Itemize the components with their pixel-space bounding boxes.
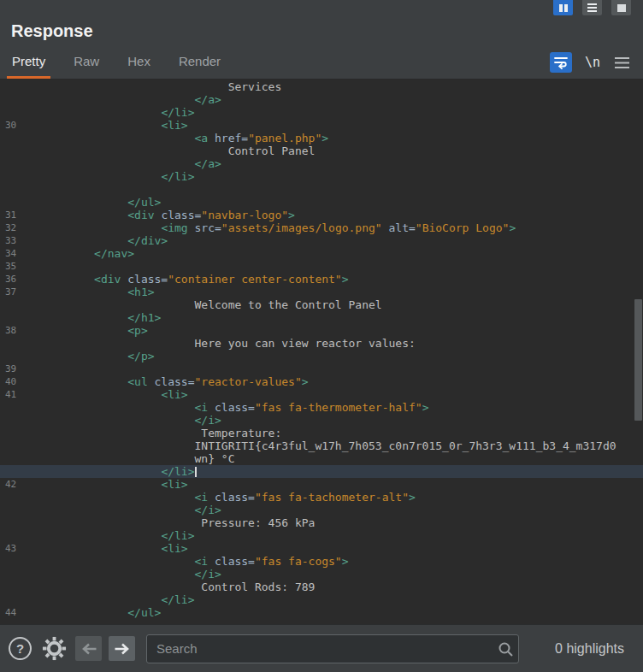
tab-raw[interactable]: Raw: [68, 47, 104, 79]
scrollbar-thumb[interactable]: [634, 299, 642, 421]
line-number: [0, 298, 21, 311]
code-line: </h1>: [0, 311, 643, 324]
code-line: </a>: [0, 157, 643, 170]
columns-layout-icon: [559, 4, 568, 12]
code-line-current: </li>: [0, 465, 643, 478]
search-options-button[interactable]: [498, 641, 514, 657]
code-line: Control Rods: 789: [0, 581, 643, 593]
code-text: <i class="fas fa-tachometer-alt">: [21, 491, 416, 504]
code-line: </i>: [0, 504, 643, 516]
search-input[interactable]: [146, 634, 519, 663]
line-number: [0, 337, 21, 350]
search-previous-button[interactable]: [75, 636, 102, 661]
line-number: 37: [0, 286, 21, 298]
non-printing-chars-button[interactable]: \n: [585, 55, 600, 70]
code-line: </li>: [0, 593, 643, 606]
layout-columns-button[interactable]: [553, 0, 573, 15]
line-number: [0, 452, 21, 465]
editor-menu-button[interactable]: [613, 56, 631, 70]
code-text: </li>: [21, 170, 195, 183]
response-header: Response Pretty Raw Hex Render \n: [0, 0, 643, 79]
code-text: </nav>: [21, 247, 134, 260]
line-number: [0, 427, 21, 439]
code-editor[interactable]: Services </a> </li>30 <li> <a href="pane…: [0, 79, 643, 624]
line-number: [0, 581, 21, 593]
code-line: 39: [0, 363, 643, 375]
line-number: [0, 157, 21, 170]
hamburger-icon: [613, 56, 631, 70]
word-wrap-button[interactable]: [550, 52, 572, 73]
code-rows: Services </a> </li>30 <li> <a href="pane…: [0, 80, 643, 619]
code-text: <h1>: [21, 286, 155, 298]
view-tabs: Pretty Raw Hex Render: [7, 47, 244, 79]
code-line: </ul>: [0, 196, 643, 209]
code-text: <i class="fas fa-cogs">: [21, 555, 349, 568]
line-number: [0, 106, 21, 119]
code-text: <li>: [21, 542, 188, 555]
line-number: [0, 516, 21, 529]
search-icon: [498, 641, 514, 657]
code-line: 36 <div class="container center-content"…: [0, 273, 643, 286]
line-number: 44: [0, 606, 21, 619]
code-line: [0, 183, 643, 196]
code-text: </i>: [21, 414, 221, 427]
code-text: </i>: [21, 504, 221, 516]
code-line: 41 <li>: [0, 388, 643, 401]
help-button[interactable]: ?: [9, 637, 32, 660]
line-number: [0, 311, 21, 324]
code-line: 34 </nav>: [0, 247, 643, 260]
layout-rows-button[interactable]: [582, 0, 602, 15]
text-caret: [195, 467, 197, 477]
gear-icon: [41, 635, 68, 662]
line-number: [0, 401, 21, 414]
settings-button[interactable]: [41, 635, 68, 662]
word-wrap-icon: [552, 54, 569, 71]
code-text: </li>: [21, 529, 195, 542]
line-number: 40: [0, 375, 21, 388]
code-text: </li>: [21, 465, 197, 478]
tab-render[interactable]: Render: [174, 47, 226, 79]
code-line: <i class="fas fa-tachometer-alt">: [0, 491, 643, 504]
line-number: [0, 196, 21, 209]
code-text: Services: [21, 80, 281, 93]
line-number: [0, 504, 21, 516]
code-text: wn} °C: [21, 452, 234, 465]
search-next-button[interactable]: [109, 636, 135, 661]
code-line: 30 <li>: [0, 119, 643, 132]
line-number: [0, 93, 21, 106]
code-text: <li>: [21, 388, 188, 401]
tab-pretty[interactable]: Pretty: [7, 47, 50, 79]
code-text: INTIGRITI{c4r3ful_w17h_7h053_c0n7r015_0r…: [21, 439, 616, 452]
code-line: 42 <li>: [0, 478, 643, 491]
question-icon: ?: [16, 641, 24, 656]
code-line: Temperature:: [0, 427, 643, 439]
code-line: <a href="panel.php">: [0, 132, 643, 144]
line-number: 30: [0, 119, 21, 132]
line-number: 36: [0, 273, 21, 286]
code-text: </p>: [21, 350, 155, 363]
code-line: </p>: [0, 350, 643, 363]
code-line: </i>: [0, 568, 643, 581]
code-line: INTIGRITI{c4r3ful_w17h_7h053_c0n7r015_0r…: [0, 439, 643, 452]
line-number: [0, 465, 21, 478]
line-number: 31: [0, 209, 21, 221]
code-text: Welcome to the Control Panel: [21, 298, 382, 311]
code-line: Welcome to the Control Panel: [0, 298, 643, 311]
code-text: </a>: [21, 93, 221, 106]
tab-hex[interactable]: Hex: [122, 47, 156, 79]
line-number: [0, 555, 21, 568]
line-number: 41: [0, 388, 21, 401]
code-text: </li>: [21, 106, 195, 119]
line-number: [0, 183, 21, 196]
layout-switcher: [553, 0, 631, 15]
layout-single-button[interactable]: [611, 0, 631, 15]
line-number: 38: [0, 324, 21, 337]
code-line: 35: [0, 260, 643, 273]
code-line: 40 <ul class="reactor-values">: [0, 375, 643, 388]
line-number: [0, 529, 21, 542]
code-line: 31 <div class="navbar-logo">: [0, 209, 643, 221]
line-number: [0, 491, 21, 504]
line-number: 42: [0, 478, 21, 491]
code-line: 43 <li>: [0, 542, 643, 555]
code-text: <li>: [21, 478, 188, 491]
